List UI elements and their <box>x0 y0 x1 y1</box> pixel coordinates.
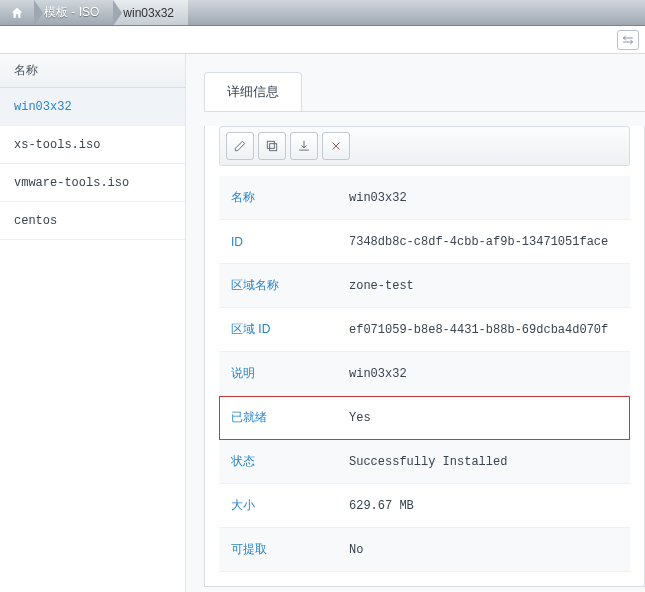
edit-button[interactable] <box>226 132 254 160</box>
details-table: 名称 win03x32 ID 7348db8c-c8df-4cbb-af9b-1… <box>219 176 630 572</box>
breadcrumb: 模板 - ISO win03x32 <box>0 0 645 26</box>
sidebar-item-win03x32[interactable]: win03x32 <box>0 88 185 126</box>
detail-row-description: 说明 win03x32 <box>219 352 630 396</box>
detail-value: No <box>349 543 630 557</box>
detail-row-name: 名称 win03x32 <box>219 176 630 220</box>
detail-panel: 名称 win03x32 ID 7348db8c-c8df-4cbb-af9b-1… <box>204 126 645 587</box>
detail-label: 已就绪 <box>219 409 349 426</box>
expand-icon <box>622 34 634 46</box>
detail-value: win03x32 <box>349 191 630 205</box>
edit-icon <box>233 139 247 153</box>
detail-value: Successfully Installed <box>349 455 630 469</box>
detail-label: 可提取 <box>219 541 349 558</box>
detail-label: ID <box>219 235 349 249</box>
detail-value: Yes <box>349 411 630 425</box>
tabs: 详细信息 <box>204 72 645 112</box>
detail-value: win03x32 <box>349 367 630 381</box>
action-bar <box>219 126 630 166</box>
copy-button[interactable] <box>258 132 286 160</box>
detail-label: 名称 <box>219 189 349 206</box>
sidebar: 名称 win03x32 xs-tools.iso vmware-tools.is… <box>0 54 186 592</box>
sidebar-header: 名称 <box>0 54 185 88</box>
sidebar-item-vmware-tools[interactable]: vmware-tools.iso <box>0 164 185 202</box>
sidebar-item-centos[interactable]: centos <box>0 202 185 240</box>
breadcrumb-current[interactable]: win03x32 <box>113 0 188 25</box>
detail-row-status: 状态 Successfully Installed <box>219 440 630 484</box>
layout: 名称 win03x32 xs-tools.iso vmware-tools.is… <box>0 54 645 592</box>
copy-icon <box>265 139 279 153</box>
detail-row-id: ID 7348db8c-c8df-4cbb-af9b-13471051face <box>219 220 630 264</box>
detail-label: 说明 <box>219 365 349 382</box>
close-icon <box>329 139 343 153</box>
download-icon <box>297 139 311 153</box>
toolbar <box>0 26 645 54</box>
detail-value: 629.67 MB <box>349 499 630 513</box>
detail-label: 大小 <box>219 497 349 514</box>
breadcrumb-templates-iso[interactable]: 模板 - ISO <box>34 0 113 25</box>
delete-button[interactable] <box>322 132 350 160</box>
sidebar-item-xs-tools[interactable]: xs-tools.iso <box>0 126 185 164</box>
breadcrumb-home[interactable] <box>0 0 34 25</box>
detail-row-zone-name: 区域名称 zone-test <box>219 264 630 308</box>
detail-row-extractable: 可提取 No <box>219 528 630 572</box>
detail-value: 7348db8c-c8df-4cbb-af9b-13471051face <box>349 235 630 249</box>
detail-label: 状态 <box>219 453 349 470</box>
detail-row-size: 大小 629.67 MB <box>219 484 630 528</box>
download-button[interactable] <box>290 132 318 160</box>
detail-row-ready: 已就绪 Yes <box>219 396 630 440</box>
toggle-panel-button[interactable] <box>617 30 639 50</box>
detail-label: 区域名称 <box>219 277 349 294</box>
detail-value: ef071059-b8e8-4431-b88b-69dcba4d070f <box>349 323 630 337</box>
svg-rect-0 <box>270 144 277 151</box>
detail-label: 区域 ID <box>219 321 349 338</box>
main: 详细信息 名称 win03x32 <box>186 54 645 592</box>
detail-row-zone-id: 区域 ID ef071059-b8e8-4431-b88b-69dcba4d07… <box>219 308 630 352</box>
svg-rect-1 <box>267 141 274 148</box>
home-icon <box>10 6 24 20</box>
tab-details[interactable]: 详细信息 <box>204 72 302 111</box>
detail-value: zone-test <box>349 279 630 293</box>
